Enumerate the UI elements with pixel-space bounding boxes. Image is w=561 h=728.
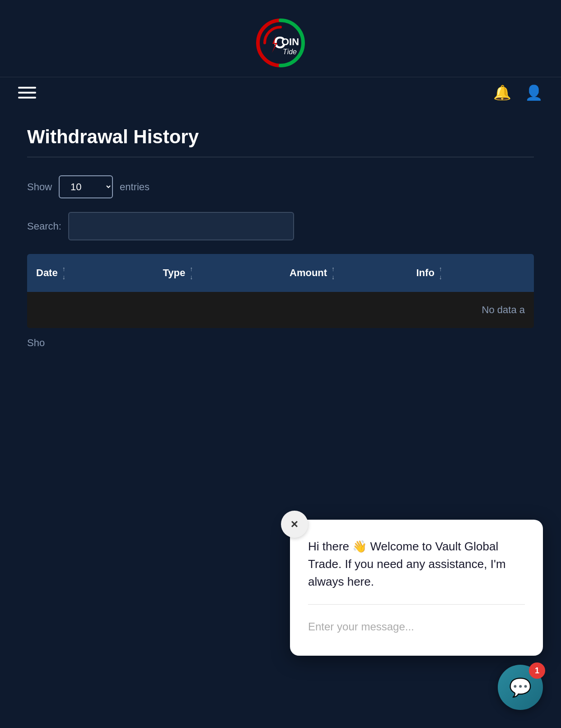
chat-badge: 1 bbox=[529, 662, 545, 679]
info-sort-icons: ↑ ↓ bbox=[439, 265, 442, 281]
sort-down-icon: ↓ bbox=[190, 273, 193, 281]
entries-label: entries bbox=[120, 181, 150, 193]
column-amount[interactable]: Amount ↑ ↓ bbox=[280, 254, 407, 292]
date-sort-icons: ↑ ↓ bbox=[62, 265, 65, 281]
logo-container: C OIN Tide bbox=[244, 9, 317, 77]
search-row: Search: bbox=[27, 212, 534, 240]
table-header: Date ↑ ↓ Type ↑ ↓ Amount ↑ ↓ bbox=[27, 254, 534, 292]
chat-divider bbox=[308, 604, 525, 605]
chat-close-button[interactable]: × bbox=[281, 511, 308, 538]
chat-button-icon: 💬 bbox=[509, 677, 532, 698]
page-title: Withdrawal History bbox=[27, 126, 534, 148]
chat-message-input[interactable] bbox=[308, 616, 525, 638]
hamburger-menu[interactable] bbox=[18, 87, 36, 99]
column-date[interactable]: Date ↑ ↓ bbox=[27, 254, 154, 292]
main-content: Withdrawal History Show 10 25 50 100 ent… bbox=[0, 108, 561, 367]
header: C OIN Tide 🔔 👤 bbox=[0, 0, 561, 108]
sort-up-icon: ↑ bbox=[62, 265, 65, 272]
no-data-message: No data a bbox=[482, 304, 525, 316]
chat-button[interactable]: 1 💬 bbox=[498, 665, 543, 710]
user-profile-icon[interactable]: 👤 bbox=[525, 84, 543, 101]
column-info[interactable]: Info ↑ ↓ bbox=[407, 254, 534, 292]
sort-up-icon: ↑ bbox=[190, 265, 193, 272]
entries-select[interactable]: 10 25 50 100 bbox=[59, 175, 113, 198]
notifications-bell[interactable]: 🔔 bbox=[493, 84, 511, 101]
chat-welcome-message: Hi there 👋 Welcome to Vault Global Trade… bbox=[308, 538, 525, 591]
search-label: Search: bbox=[27, 221, 61, 232]
sort-up-icon: ↑ bbox=[332, 265, 335, 272]
logo: C OIN Tide bbox=[244, 18, 317, 68]
column-type[interactable]: Type ↑ ↓ bbox=[154, 254, 281, 292]
show-label: Show bbox=[27, 181, 52, 193]
table-body: No data a bbox=[27, 292, 534, 328]
svg-text:Tide: Tide bbox=[283, 48, 297, 56]
withdrawal-table: Date ↑ ↓ Type ↑ ↓ Amount ↑ ↓ bbox=[27, 254, 534, 328]
sort-down-icon: ↓ bbox=[439, 273, 442, 281]
sort-up-icon: ↑ bbox=[439, 265, 442, 272]
show-bottom-label: Sho bbox=[27, 337, 534, 349]
title-divider bbox=[27, 157, 534, 157]
type-sort-icons: ↑ ↓ bbox=[190, 265, 193, 281]
amount-sort-icons: ↑ ↓ bbox=[332, 265, 335, 281]
nav-right: 🔔 👤 bbox=[493, 84, 543, 101]
search-input[interactable] bbox=[68, 212, 294, 240]
sort-down-icon: ↓ bbox=[62, 273, 65, 281]
chat-popup: × Hi there 👋 Welcome to Vault Global Tra… bbox=[290, 520, 543, 656]
sort-down-icon: ↓ bbox=[332, 273, 335, 281]
show-entries-row: Show 10 25 50 100 entries bbox=[27, 175, 534, 198]
svg-text:OIN: OIN bbox=[281, 36, 299, 47]
nav-bar: 🔔 👤 bbox=[0, 77, 561, 108]
